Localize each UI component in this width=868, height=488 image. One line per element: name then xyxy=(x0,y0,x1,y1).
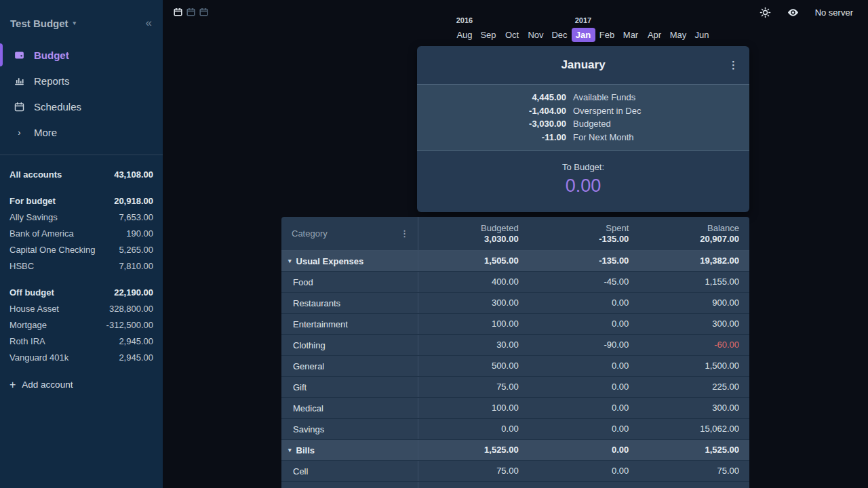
spent-cell[interactable]: -45.00 xyxy=(529,272,639,292)
month-menu-kebab-icon[interactable]: ⋮ xyxy=(728,59,738,71)
nav-item-schedules[interactable]: Schedules xyxy=(0,94,163,119)
server-status[interactable]: No server xyxy=(815,7,853,18)
nav-item-reports[interactable]: Reports xyxy=(0,68,163,94)
category-name-cell[interactable]: Gift xyxy=(281,377,418,397)
category-row[interactable]: Clothing 30.00 -90.00 -60.00 xyxy=(281,335,749,356)
nav-item-budget[interactable]: Budget xyxy=(0,42,163,68)
group-name-cell[interactable]: ▾ Bills xyxy=(281,440,418,460)
spent-cell[interactable]: 0.00 xyxy=(529,419,639,439)
for-budget-header-row[interactable]: For budget 20,918.00 xyxy=(0,192,163,209)
month-button[interactable]: Jun xyxy=(690,28,714,42)
balance-cell-negative[interactable]: -60.00 xyxy=(639,335,749,355)
two-month-view-icon[interactable] xyxy=(186,7,196,17)
account-row[interactable]: Vanguard 401k 2,945.00 xyxy=(0,349,163,365)
balance-cell[interactable]: 1,525.00 xyxy=(639,440,749,460)
budgeted-cell[interactable]: 500.00 xyxy=(418,356,529,376)
to-budget-amount[interactable]: 0.00 xyxy=(417,176,749,197)
category-name-cell[interactable]: Restaurants xyxy=(281,293,418,313)
month-button[interactable]: May xyxy=(667,28,690,42)
category-name-cell[interactable]: Clothing xyxy=(281,335,418,355)
budgeted-cell[interactable]: 1,505.00 xyxy=(418,251,529,271)
add-account-button[interactable]: + Add account xyxy=(0,376,163,393)
budgeted-cell[interactable]: 400.00 xyxy=(418,272,529,292)
spent-cell[interactable]: -135.00 xyxy=(529,251,639,271)
account-row[interactable]: Bank of America 190.00 xyxy=(0,225,163,241)
month-button[interactable]: Oct xyxy=(500,28,524,42)
category-name-cell[interactable]: Savings xyxy=(281,419,418,439)
account-row[interactable]: HSBC 7,810.00 xyxy=(0,258,163,274)
budgeted-cell[interactable]: 75.00 xyxy=(418,461,529,481)
privacy-eye-icon[interactable] xyxy=(787,6,800,19)
budgeted-cell[interactable]: 30.00 xyxy=(418,335,529,355)
category-row[interactable]: Entertainment 100.00 0.00 300.00 xyxy=(281,314,749,335)
category-row[interactable]: Food 400.00 -45.00 1,155.00 xyxy=(281,272,749,293)
account-row[interactable]: House Asset 328,800.00 xyxy=(0,300,163,317)
all-accounts-row[interactable]: All accounts 43,108.00 xyxy=(0,166,163,182)
budgeted-header-cell[interactable]: Budgeted 3,030.00 xyxy=(418,217,529,250)
spent-cell[interactable]: 0.00 xyxy=(529,461,639,481)
spent-cell[interactable]: 0.00 xyxy=(529,293,639,313)
spent-header-cell[interactable]: Spent -135.00 xyxy=(529,217,639,250)
budgeted-cell[interactable]: 300.00 xyxy=(418,293,529,313)
month-button[interactable]: Feb xyxy=(595,28,619,42)
balance-header-cell[interactable]: Balance 20,907.00 xyxy=(639,217,749,250)
budgeted-cell[interactable]: 0.00 xyxy=(418,419,529,439)
caret-down-icon[interactable]: ▾ xyxy=(288,447,292,453)
balance-cell[interactable]: 1,500.00 xyxy=(639,356,749,376)
month-button[interactable]: Dec xyxy=(548,28,572,42)
category-row-clipped[interactable] xyxy=(281,482,749,488)
caret-down-icon[interactable]: ▾ xyxy=(288,258,292,264)
category-menu-kebab-icon[interactable]: ⋮ xyxy=(400,228,409,239)
balance-cell[interactable]: 300.00 xyxy=(639,398,749,418)
month-button[interactable]: Mar xyxy=(619,28,643,42)
month-button[interactable]: Nov xyxy=(524,28,548,42)
balance-cell[interactable]: 75.00 xyxy=(639,461,749,481)
spent-cell[interactable]: 0.00 xyxy=(529,356,639,376)
balance-cell[interactable]: 15,062.00 xyxy=(639,419,749,439)
category-row[interactable]: Cell 75.00 0.00 75.00 xyxy=(281,461,749,482)
month-button[interactable]: Sep xyxy=(477,28,500,42)
category-row[interactable]: Medical 100.00 0.00 300.00 xyxy=(281,398,749,419)
category-group-row[interactable]: ▾ Bills 1,525.00 0.00 1,525.00 xyxy=(281,440,749,461)
category-row[interactable]: Savings 0.00 0.00 15,062.00 xyxy=(281,419,749,440)
spent-cell[interactable]: 0.00 xyxy=(529,398,639,418)
balance-cell[interactable]: 300.00 xyxy=(639,314,749,334)
sidebar-collapse-button[interactable]: « xyxy=(146,16,152,30)
category-row[interactable]: General 500.00 0.00 1,500.00 xyxy=(281,356,749,377)
balance-cell[interactable]: 225.00 xyxy=(639,377,749,397)
spent-cell[interactable]: 0.00 xyxy=(529,440,639,460)
group-name-cell[interactable]: ▾ Usual Expenses xyxy=(281,251,418,271)
category-row[interactable]: Restaurants 300.00 0.00 900.00 xyxy=(281,293,749,314)
month-button[interactable]: Jan xyxy=(572,28,595,42)
spent-cell[interactable]: 0.00 xyxy=(529,377,639,397)
category-name-cell[interactable]: Entertainment xyxy=(281,314,418,334)
account-row[interactable]: Ally Savings 7,653.00 xyxy=(0,209,163,225)
category-name-cell[interactable]: Cell xyxy=(281,461,418,481)
budgeted-cell[interactable]: 1,525.00 xyxy=(418,440,529,460)
budgeted-cell[interactable]: 75.00 xyxy=(418,377,529,397)
balance-cell[interactable]: 900.00 xyxy=(639,293,749,313)
balance-cell[interactable]: 1,155.00 xyxy=(639,272,749,292)
budgeted-cell[interactable]: 100.00 xyxy=(418,398,529,418)
category-row[interactable]: Gift 75.00 0.00 225.00 xyxy=(281,377,749,398)
month-button[interactable]: Apr xyxy=(643,28,667,42)
to-budget[interactable]: To Budget: 0.00 xyxy=(417,151,749,197)
category-name-cell[interactable]: Food xyxy=(281,272,418,292)
one-month-view-icon[interactable] xyxy=(173,7,183,17)
category-name-cell[interactable]: Medical xyxy=(281,398,418,418)
budget-file-menu[interactable]: Test Budget ▾ xyxy=(10,18,76,29)
month-button[interactable]: Aug xyxy=(453,28,477,42)
spent-cell[interactable]: -90.00 xyxy=(529,335,639,355)
nav-item-more[interactable]: › More xyxy=(0,119,163,145)
category-name-cell[interactable]: General xyxy=(281,356,418,376)
budgeted-cell[interactable]: 100.00 xyxy=(418,314,529,334)
account-row[interactable]: Roth IRA 2,945.00 xyxy=(0,333,163,349)
off-budget-header-row[interactable]: Off budget 22,190.00 xyxy=(0,284,163,300)
theme-toggle-sun-icon[interactable] xyxy=(760,7,771,18)
account-row[interactable]: Mortgage -312,500.00 xyxy=(0,317,163,333)
balance-cell[interactable]: 19,382.00 xyxy=(639,251,749,271)
account-row[interactable]: Capital One Checking 5,265.00 xyxy=(0,241,163,258)
three-month-view-icon[interactable] xyxy=(199,7,209,17)
spent-cell[interactable]: 0.00 xyxy=(529,314,639,334)
category-group-row[interactable]: ▾ Usual Expenses 1,505.00 -135.00 19,382… xyxy=(281,251,749,272)
